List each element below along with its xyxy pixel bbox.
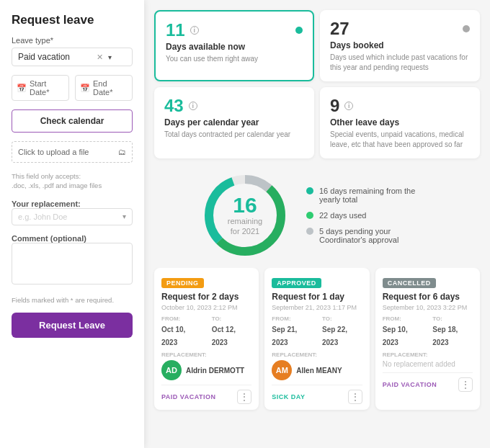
card-footer-0: PAID VACATION ⋮: [161, 385, 251, 404]
donut-number: 16: [228, 194, 262, 216]
from-date-2: FROM: Sep 10, 2023: [383, 315, 423, 348]
legend-dot-gray: [306, 228, 313, 235]
card-title-0: Request for 2 days: [161, 292, 251, 302]
card-date-meta-2: September 10, 2023 3:22 PM: [383, 304, 473, 311]
request-leave-button[interactable]: Request Leave: [12, 313, 133, 338]
replacement-section: Your replacement: e.g. John Doe ▾: [12, 200, 133, 225]
to-date-1: TO: Sep 22, 2023: [322, 315, 362, 348]
required-note: Fields marked with * are required.: [12, 296, 133, 304]
donut-chart: 16 remainingfor 2021: [198, 169, 292, 262]
upload-hint: This field only accepts:.doc, .xls, .pdf…: [12, 171, 133, 191]
panel-title: Request leave: [12, 13, 133, 27]
donut-center: 16 remainingfor 2021: [228, 194, 262, 237]
legend-text-pending: 5 days pending your Coordinator's approv…: [319, 227, 436, 244]
legend-text-used: 22 days used: [319, 211, 366, 220]
status-dot-green: [295, 27, 303, 34]
leave-type-label: Leave type*: [12, 36, 133, 45]
card-footer-1: SICK DAY ⋮: [272, 385, 362, 404]
calendar-icon-2: 📅: [80, 84, 90, 93]
stat-number-calendar: 43 i: [164, 96, 197, 116]
leave-type-tag-0: PAID VACATION: [161, 393, 216, 400]
start-date-field[interactable]: 📅 Start Date*: [12, 75, 69, 101]
stat-number-available: 11 i: [166, 20, 199, 40]
more-options-btn-2[interactable]: ⋮: [458, 377, 473, 392]
upload-label: Click to upload a file: [18, 148, 89, 156]
stats-grid: 11 i Days available now You can use them…: [144, 0, 490, 164]
to-date-2: TO: Sep 18, 2023: [432, 315, 473, 348]
stat-card-available: 11 i Days available now You can use them…: [154, 10, 314, 81]
end-date-field[interactable]: 📅 End Date*: [75, 75, 133, 101]
clear-icon[interactable]: ✕: [97, 53, 103, 61]
bottom-cards: PENDING Request for 2 days October 10, 2…: [144, 268, 490, 417]
no-replacement-2: No replacement added: [383, 360, 473, 368]
leave-type-field: Leave type* Paid vacation ✕ ▾: [12, 36, 133, 66]
card-title-1: Request for 1 day: [272, 292, 362, 302]
card-dates-1: FROM: Sep 21, 2023 TO: Sep 22, 2023: [272, 315, 362, 348]
replacement-label-1: Replacement:: [272, 351, 362, 358]
main-layout: Request leave Leave type* Paid vacation …: [0, 0, 490, 448]
comment-section: Comment (optional): [12, 234, 133, 287]
stat-title-other: Other leave days: [330, 117, 470, 127]
start-date-label: Start Date*: [30, 79, 64, 97]
replacement-label: Your replacement:: [12, 200, 133, 208]
more-options-btn-0[interactable]: ⋮: [237, 390, 251, 404]
stat-card-booked: 27 Days booked Days used which include p…: [320, 10, 480, 81]
stat-title-booked: Days booked: [330, 40, 470, 50]
replacement-person-0: AD Aldrin DERMOTT: [161, 360, 251, 380]
stat-card-other: 9 i Other leave days Special events, unp…: [320, 87, 480, 158]
card-footer-2: PAID VACATION ⋮: [383, 372, 473, 392]
stat-card-calendar: 43 i Days per calendar year Total days c…: [154, 87, 314, 158]
legend-item-remaining: 16 days remaining from the yearly total: [306, 187, 436, 204]
stat-desc-available: You can use them right away: [166, 54, 303, 64]
replacement-person-1: AM Allen MEANY: [272, 360, 362, 380]
leave-type-value: Paid vacation: [18, 52, 70, 62]
person-name-1: Allen MEANY: [296, 367, 342, 375]
from-date-0: FROM: Oct 10, 2023: [161, 315, 202, 348]
legend-text-remaining: 16 days remaining from the yearly total: [319, 187, 436, 204]
avatar-1: AM: [272, 360, 292, 380]
stat-title-calendar: Days per calendar year: [164, 117, 304, 127]
comment-textarea[interactable]: [12, 243, 133, 285]
card-date-meta-0: October 10, 2023 2:12 PM: [161, 304, 251, 311]
donut-section: 16 remainingfor 2021 16 days remaining f…: [144, 164, 490, 268]
stat-desc-other: Special events, unpaid vacations, medica…: [330, 130, 470, 150]
chevron-down-icon: ▾: [108, 53, 112, 61]
replacement-input[interactable]: e.g. John Doe ▾: [12, 208, 133, 225]
to-date-0: TO: Oct 12, 2023: [212, 315, 252, 348]
end-date-label: End Date*: [93, 79, 128, 97]
stat-title-available: Days available now: [166, 42, 303, 52]
stat-number-booked: 27: [330, 19, 349, 39]
from-date-1: FROM: Sep 21, 2023: [272, 315, 312, 348]
info-icon-2: i: [189, 102, 197, 110]
replacement-arrow-icon: ▾: [122, 212, 126, 220]
card-date-meta-1: September 21, 2023 1:17 PM: [272, 304, 362, 311]
donut-label: remainingfor 2021: [228, 216, 262, 237]
check-calendar-button[interactable]: Check calendar: [12, 109, 133, 133]
legend-dot-dark: [306, 212, 313, 219]
request-card-pending: PENDING Request for 2 days October 10, 2…: [154, 268, 259, 410]
upload-area[interactable]: Click to upload a file 🗂: [12, 141, 133, 163]
info-icon-1: i: [190, 26, 199, 35]
legend-item-pending: 5 days pending your Coordinator's approv…: [306, 227, 436, 244]
replacement-label-2: Replacement:: [383, 351, 473, 358]
leave-type-tag-2: PAID VACATION: [383, 381, 437, 388]
left-panel: Request leave Leave type* Paid vacation …: [0, 0, 144, 448]
info-icon-3: i: [344, 102, 353, 110]
legend-item-used: 22 days used: [306, 211, 436, 220]
stat-number-other: 9 i: [330, 96, 353, 116]
legend: 16 days remaining from the yearly total …: [306, 187, 436, 244]
date-row: 📅 Start Date* 📅 End Date*: [12, 75, 133, 101]
status-dot-gray: [463, 25, 470, 32]
request-card-cancelled: CANCELLED Request for 6 days September 1…: [375, 268, 480, 410]
stat-desc-calendar: Total days contracted per calendar year: [164, 130, 304, 140]
replacement-label-0: Replacement:: [161, 351, 251, 358]
leave-type-select[interactable]: Paid vacation ✕ ▾: [12, 48, 133, 66]
status-badge-cancelled: CANCELLED: [383, 278, 436, 288]
more-options-btn-1[interactable]: ⋮: [348, 390, 362, 404]
comment-label: Comment (optional): [12, 234, 133, 243]
leave-type-tag-1: SICK DAY: [272, 393, 305, 400]
status-badge-approved: APPROVED: [272, 278, 321, 288]
request-card-approved: APPROVED Request for 1 day September 21,…: [264, 268, 369, 410]
folder-icon: 🗂: [118, 148, 126, 156]
card-title-2: Request for 6 days: [383, 292, 473, 302]
